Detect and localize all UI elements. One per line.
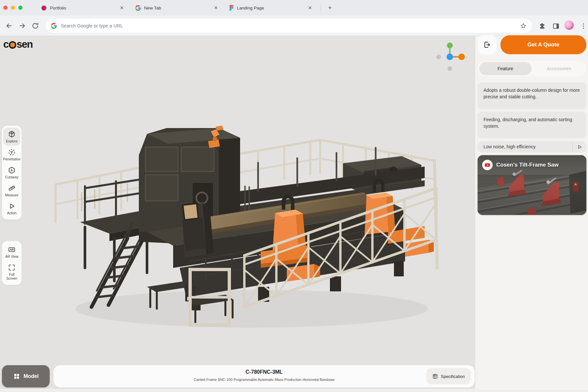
- tool-cutaway[interactable]: Cutaway: [3, 164, 20, 182]
- browser-toolbar: Search Google or type a URL: [0, 16, 588, 36]
- specification-table-icon: [432, 373, 438, 379]
- tab-title: Landing Page: [237, 6, 304, 10]
- tool-action[interactable]: Action: [3, 200, 20, 218]
- tool-label: AR View: [5, 254, 18, 258]
- measure-ruler-icon: [8, 184, 16, 192]
- feature-card: Low noise, high efficiency.: [478, 141, 586, 153]
- extensions-icon[interactable]: [538, 22, 546, 30]
- axis-x-negative-handle: [436, 55, 441, 59]
- minimize-window-button[interactable]: [11, 6, 15, 10]
- viewer-tools-secondary: AR AR View Full Screen: [2, 241, 22, 285]
- logo-o-dot: [9, 41, 16, 49]
- cosen-logo: csen: [3, 39, 33, 50]
- tab-new-tab[interactable]: New Tab ✕: [131, 0, 223, 16]
- penetrate-icon: [8, 148, 16, 156]
- browser-window: Portfolio ✕ New Tab ✕ Landing Page: [0, 0, 588, 392]
- specification-button[interactable]: Specification: [426, 368, 471, 384]
- export-icon: [483, 41, 491, 49]
- logo-text: sen: [17, 39, 33, 50]
- orientation-gizmo[interactable]: [433, 37, 469, 74]
- quote-label: Get A Quote: [528, 41, 560, 48]
- feature-card: Adopts a robust double-column design for…: [478, 82, 586, 109]
- window-bottom-edge: [0, 389, 588, 392]
- video-card[interactable]: Cosen's Tilt-Frame Saw: [478, 155, 586, 215]
- model-description: Canted Frame SNC-100 Programmable Automa…: [54, 378, 475, 382]
- viewer-tools-primary: Explore Penetrative Cutaway: [2, 126, 22, 220]
- tool-label: Explore: [6, 139, 18, 143]
- tool-measure[interactable]: Measure: [3, 182, 20, 200]
- get-a-quote-button[interactable]: Get A Quote: [500, 35, 586, 54]
- dribbble-icon: [41, 5, 47, 11]
- model-name: C-780FNC-3ML: [54, 369, 475, 375]
- divider: [572, 143, 573, 151]
- bookmark-star-icon[interactable]: [520, 23, 527, 29]
- cutaway-icon: [8, 166, 16, 174]
- 3d-viewport[interactable]: csen: [0, 36, 475, 392]
- model-button-label: Model: [24, 373, 39, 379]
- tab-close-icon[interactable]: ✕: [307, 5, 313, 11]
- tab-feature[interactable]: Feature: [479, 62, 531, 75]
- tool-penetrative[interactable]: Penetrative: [3, 146, 20, 164]
- feature-text: Adopts a robust double-column design for…: [483, 87, 580, 100]
- address-bar[interactable]: Search Google or type a URL: [46, 19, 532, 33]
- tab-close-icon[interactable]: ✕: [213, 5, 219, 11]
- feature-play-button[interactable]: [577, 144, 582, 150]
- address-placeholder: Search Google or type a URL: [61, 23, 520, 28]
- feature-text: Feeding, discharging, and automatic sort…: [483, 117, 580, 130]
- tab-separator: [321, 5, 321, 11]
- tab-portfolio[interactable]: Portfolio ✕: [37, 0, 129, 16]
- tool-full-screen[interactable]: Full Screen: [3, 261, 20, 283]
- tool-label: Penetrative: [3, 157, 20, 161]
- tool-ar-view[interactable]: AR AR View: [3, 243, 20, 261]
- model-info-bar: C-780FNC-3ML Canted Frame SNC-100 Progra…: [54, 365, 475, 387]
- tab-title: New Tab: [144, 6, 210, 10]
- axis-y-handle: [447, 42, 453, 48]
- ar-icon: AR: [8, 246, 16, 253]
- cube-icon: [8, 130, 16, 138]
- feature-card: Feeding, discharging, and automatic sort…: [478, 112, 586, 139]
- maximize-window-button[interactable]: [18, 6, 23, 10]
- google-icon: [51, 23, 57, 29]
- profile-avatar[interactable]: [564, 21, 574, 30]
- side-panel: Get A Quote Feature Accessories Adopts a…: [475, 36, 588, 392]
- forward-icon[interactable]: [18, 22, 26, 30]
- back-icon[interactable]: [5, 22, 13, 30]
- logo-text: c: [3, 39, 8, 50]
- control-console: [181, 203, 214, 257]
- side-panel-icon[interactable]: [552, 22, 560, 30]
- youtube-icon: [482, 160, 493, 170]
- feature-text: Low noise, high efficiency.: [483, 144, 580, 150]
- svg-text:AR: AR: [10, 248, 14, 251]
- tool-label: Measure: [5, 193, 19, 197]
- grid-icon: [13, 373, 20, 380]
- google-icon: [135, 5, 141, 11]
- tool-explore[interactable]: Explore: [3, 128, 20, 146]
- new-tab-button[interactable]: +: [326, 4, 334, 12]
- tab-close-icon[interactable]: ✕: [119, 5, 125, 11]
- axis-x-handle: [458, 54, 465, 60]
- tab-strip: Portfolio ✕ New Tab ✕ Landing Page: [0, 0, 588, 16]
- fullscreen-icon: [8, 264, 16, 271]
- video-header: Cosen's Tilt-Frame Saw: [482, 160, 559, 170]
- menu-kebab-icon[interactable]: [580, 22, 587, 30]
- play-icon: [8, 202, 16, 210]
- panel-tabs: Feature Accessories: [478, 61, 586, 76]
- close-window-button[interactable]: [3, 6, 8, 10]
- axis-center-handle: [447, 54, 453, 60]
- machine-3d-model[interactable]: [49, 124, 448, 333]
- reload-icon[interactable]: [31, 22, 39, 30]
- model-menu-button[interactable]: Model: [2, 365, 50, 387]
- tab-accessories[interactable]: Accessories: [531, 66, 586, 71]
- specification-label: Specification: [441, 374, 465, 379]
- tab-feature-label: Feature: [498, 66, 513, 71]
- tool-label: Cutaway: [5, 175, 19, 179]
- tab-landing-page[interactable]: Landing Page ✕: [225, 0, 318, 16]
- share-export-button[interactable]: [478, 35, 497, 54]
- tab-title: Portfolio: [50, 6, 116, 10]
- axis-y-negative-handle: [448, 66, 452, 71]
- tool-label: Action: [7, 211, 16, 215]
- figma-icon: [229, 5, 234, 11]
- tool-label: Full Screen: [4, 272, 20, 280]
- video-title: Cosen's Tilt-Frame Saw: [496, 162, 559, 168]
